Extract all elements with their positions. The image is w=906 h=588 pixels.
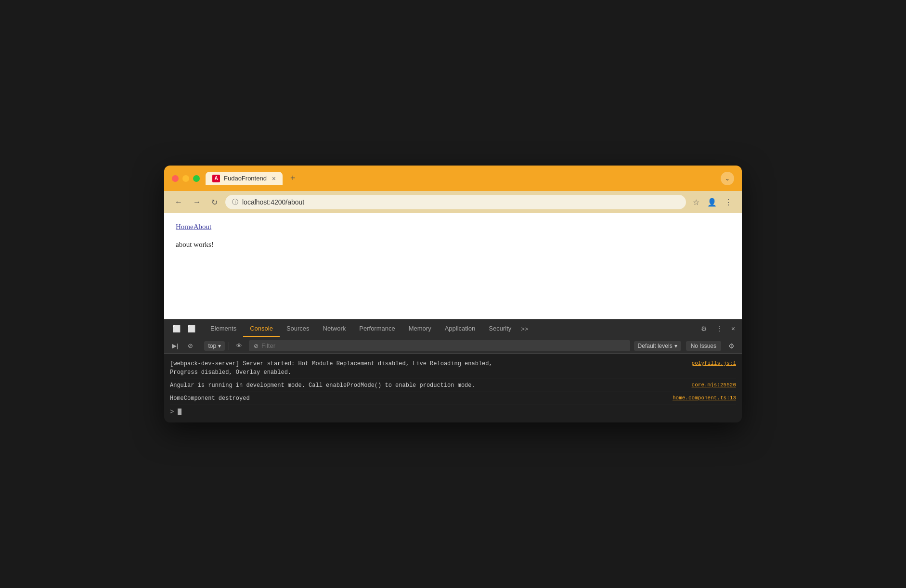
console-message-2: Angular is running in development mode. … — [170, 381, 682, 390]
tab-sources[interactable]: Sources — [280, 321, 316, 337]
tab-close-icon[interactable]: × — [272, 175, 276, 182]
toolbar-divider — [200, 342, 200, 350]
tab-dropdown-button[interactable]: ⌄ — [721, 172, 734, 185]
console-line: HomeComponent destroyed home.component.t… — [170, 392, 736, 405]
context-selector[interactable]: top ▾ — [204, 341, 225, 351]
url-text: localhost:4200/about — [242, 198, 679, 206]
console-clear-button[interactable]: ⊘ — [185, 341, 196, 351]
tab-memory[interactable]: Memory — [402, 321, 438, 337]
device-toolbar-button[interactable]: ⬜ — [185, 323, 198, 334]
maximize-button[interactable] — [193, 175, 200, 182]
filter-input[interactable] — [261, 342, 625, 349]
window-controls — [172, 175, 200, 182]
close-button[interactable] — [172, 175, 179, 182]
nav-bar: ← → ↻ ⓘ localhost:4200/about ☆ 👤 ⋮ — [164, 191, 742, 213]
console-message-3: HomeComponent destroyed — [170, 394, 663, 403]
new-tab-button[interactable]: + — [286, 171, 299, 185]
about-link[interactable]: About — [194, 223, 212, 231]
console-source-1[interactable]: polyfills.js:1 — [692, 359, 736, 368]
back-button[interactable]: ← — [172, 196, 185, 208]
page-nav: HomeAbout — [176, 223, 730, 231]
console-message-1: [webpack-dev-server] Server started: Hot… — [170, 359, 682, 377]
devtools-close-button[interactable]: × — [728, 323, 738, 334]
browser-window: A FudaoFrontend × + ⌄ ← → ↻ ⓘ localhost:… — [164, 166, 742, 422]
tab-favicon: A — [212, 175, 220, 182]
menu-button[interactable]: ⋮ — [723, 196, 734, 209]
devtools-tabs: ⬜ ⬜ Elements Console Sources Network Per… — [164, 320, 742, 338]
refresh-button[interactable]: ↻ — [208, 196, 220, 209]
more-tabs-button[interactable]: >> — [518, 321, 531, 336]
prompt-arrow-icon: > — [170, 408, 174, 416]
tab-network[interactable]: Network — [316, 321, 353, 337]
context-arrow: ▾ — [218, 343, 221, 349]
tab-performance[interactable]: Performance — [352, 321, 401, 337]
console-eye-button[interactable]: 👁 — [233, 341, 245, 351]
console-source-2[interactable]: core.mjs:25520 — [692, 381, 736, 389]
devtools-menu-button[interactable]: ⋮ — [713, 323, 725, 334]
tab-console[interactable]: Console — [243, 321, 280, 337]
console-sidebar-button[interactable]: ▶| — [169, 341, 181, 351]
console-toolbar: ▶| ⊘ top ▾ 👁 ⊘ Default levels ▾ No Issue… — [164, 338, 742, 354]
log-levels-dropdown[interactable]: Default levels ▾ — [634, 341, 681, 351]
console-prompt[interactable]: > — [170, 405, 736, 419]
forward-button[interactable]: → — [190, 196, 204, 208]
tab-elements[interactable]: Elements — [204, 321, 243, 337]
devtools-right-icons: ⚙ ⋮ × — [698, 323, 738, 334]
profile-button[interactable]: 👤 — [705, 196, 719, 209]
devtools-settings-button[interactable]: ⚙ — [698, 323, 710, 334]
home-link[interactable]: Home — [176, 223, 194, 231]
minimize-button[interactable] — [182, 175, 189, 182]
address-bar[interactable]: ⓘ localhost:4200/about — [225, 195, 686, 209]
nav-actions: ☆ 👤 ⋮ — [691, 196, 734, 209]
context-label: top — [208, 343, 216, 349]
devtools-panel: ⬜ ⬜ Elements Console Sources Network Per… — [164, 319, 742, 422]
tab-bar: A FudaoFrontend × + — [206, 171, 715, 185]
page-body: about works! — [176, 241, 730, 249]
devtools-tab-icons: ⬜ ⬜ — [168, 320, 200, 338]
tab-title: FudaoFrontend — [224, 175, 268, 182]
console-line: Angular is running in development mode. … — [170, 379, 736, 392]
prompt-cursor — [178, 409, 181, 415]
console-line: [webpack-dev-server] Server started: Hot… — [170, 358, 736, 379]
filter-icon: ⊘ — [254, 343, 259, 349]
issues-count: No Issues — [686, 341, 721, 351]
console-output: [webpack-dev-server] Server started: Hot… — [164, 354, 742, 422]
console-settings-button[interactable]: ⚙ — [726, 341, 737, 351]
tab-application[interactable]: Application — [438, 321, 482, 337]
bookmark-button[interactable]: ☆ — [691, 196, 701, 209]
info-icon: ⓘ — [232, 198, 238, 206]
console-source-3[interactable]: home.component.ts:13 — [673, 394, 736, 402]
toolbar-right: Default levels ▾ No Issues ⚙ — [634, 341, 737, 351]
inspect-element-button[interactable]: ⬜ — [170, 323, 183, 334]
active-tab[interactable]: A FudaoFrontend × — [206, 172, 283, 185]
toolbar-divider-2 — [229, 342, 229, 350]
filter-input-wrap[interactable]: ⊘ — [249, 340, 630, 351]
page-content: HomeAbout about works! — [164, 213, 742, 319]
tab-security[interactable]: Security — [482, 321, 518, 337]
title-bar: A FudaoFrontend × + ⌄ — [164, 166, 742, 191]
